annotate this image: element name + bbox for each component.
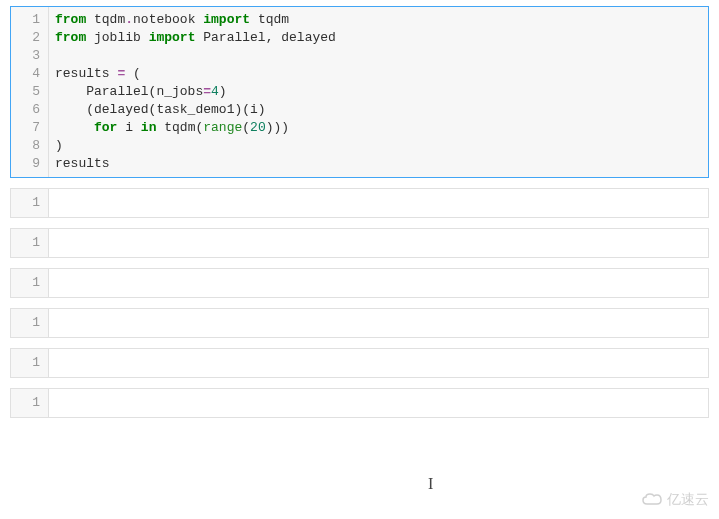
code-line[interactable] — [55, 47, 702, 65]
code-cell-empty[interactable]: 1 — [10, 268, 709, 298]
code-editor[interactable]: from tqdm.notebook import tqdmfrom jobli… — [49, 7, 708, 177]
code-cell-main[interactable]: 123456789 from tqdm.notebook import tqdm… — [10, 6, 709, 178]
code-line[interactable]: Parallel(n_jobs=4) — [55, 83, 702, 101]
line-number: 4 — [11, 65, 48, 83]
line-number: 5 — [11, 83, 48, 101]
line-number: 9 — [11, 155, 48, 173]
watermark-text: 亿速云 — [667, 491, 709, 509]
code-line[interactable]: results = ( — [55, 65, 702, 83]
code-cell-empty[interactable]: 1 — [10, 308, 709, 338]
line-number: 1 — [11, 394, 48, 412]
code-editor[interactable] — [49, 229, 708, 257]
line-number-gutter: 123456789 — [11, 7, 49, 177]
code-editor[interactable] — [49, 309, 708, 337]
code-line[interactable]: results — [55, 155, 702, 173]
empty-cells-container: 111111 — [0, 188, 719, 418]
code-line[interactable]: ) — [55, 137, 702, 155]
line-number: 1 — [11, 234, 48, 252]
code-editor[interactable] — [49, 349, 708, 377]
code-cell-empty[interactable]: 1 — [10, 188, 709, 218]
line-number: 1 — [11, 11, 48, 29]
line-number: 1 — [11, 314, 48, 332]
code-cell-empty[interactable]: 1 — [10, 388, 709, 418]
line-number: 8 — [11, 137, 48, 155]
line-number-gutter: 1 — [11, 389, 49, 417]
line-number: 1 — [11, 354, 48, 372]
line-number-gutter: 1 — [11, 269, 49, 297]
text-cursor-icon: I — [428, 475, 433, 493]
line-number-gutter: 1 — [11, 349, 49, 377]
code-line[interactable]: from joblib import Parallel, delayed — [55, 29, 702, 47]
line-number-gutter: 1 — [11, 309, 49, 337]
code-line[interactable]: (delayed(task_demo1)(i) — [55, 101, 702, 119]
line-number: 2 — [11, 29, 48, 47]
code-cell-empty[interactable]: 1 — [10, 348, 709, 378]
code-editor[interactable] — [49, 269, 708, 297]
watermark: 亿速云 — [641, 491, 709, 509]
code-cell-empty[interactable]: 1 — [10, 228, 709, 258]
code-editor[interactable] — [49, 189, 708, 217]
code-line[interactable]: for i in tqdm(range(20))) — [55, 119, 702, 137]
line-number: 7 — [11, 119, 48, 137]
line-number: 6 — [11, 101, 48, 119]
line-number: 3 — [11, 47, 48, 65]
line-number-gutter: 1 — [11, 189, 49, 217]
code-line[interactable]: from tqdm.notebook import tqdm — [55, 11, 702, 29]
line-number-gutter: 1 — [11, 229, 49, 257]
line-number: 1 — [11, 194, 48, 212]
code-editor[interactable] — [49, 389, 708, 417]
cloud-icon — [641, 492, 663, 509]
line-number: 1 — [11, 274, 48, 292]
